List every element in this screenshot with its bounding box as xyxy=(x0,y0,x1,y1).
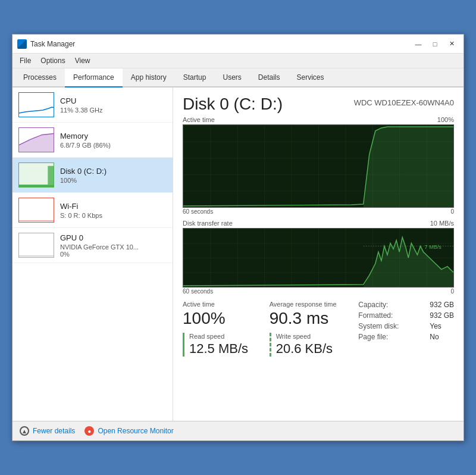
content-area: CPU 11% 3.38 GHz Memory 6.8/7.9 GB (86%) xyxy=(12,88,464,421)
resource-monitor-label: Open Resource Monitor xyxy=(98,427,173,435)
minimize-button[interactable]: — xyxy=(411,38,425,50)
window-controls: — □ ✕ xyxy=(411,38,459,50)
disk-thumbnail xyxy=(18,162,54,188)
resource-monitor-icon: ● xyxy=(84,426,94,436)
svg-text:7 MB/s: 7 MB/s xyxy=(425,244,442,250)
system-disk-value: Yes xyxy=(430,322,441,330)
transfer-rate-chart-section: Disk transfer rate 10 MB/s xyxy=(183,220,454,295)
active-time-label: Active time xyxy=(183,301,260,308)
task-manager-window: Task Manager — □ ✕ File Options View Pro… xyxy=(12,34,464,441)
tab-services[interactable]: Services xyxy=(289,68,333,88)
chart2-min: 0 xyxy=(450,288,454,295)
read-speed-label: Read speed xyxy=(189,333,260,340)
active-time-chart-section: Active time 100% xyxy=(183,116,454,215)
stats-row: Active time 100% Average response time 9… xyxy=(183,301,454,357)
app-icon xyxy=(17,39,27,49)
svg-rect-4 xyxy=(48,166,54,185)
svg-rect-5 xyxy=(19,198,54,222)
system-disk-label: System disk: xyxy=(358,322,418,330)
transfer-rate-chart: 7 MB/s xyxy=(183,228,454,288)
chart1-min: 0 xyxy=(450,208,454,215)
sidebar: CPU 11% 3.38 GHz Memory 6.8/7.9 GB (86%) xyxy=(12,88,173,421)
maximize-button[interactable]: □ xyxy=(428,38,442,50)
wifi-thumbnail xyxy=(18,198,54,223)
capacity-label: Capacity: xyxy=(358,301,418,309)
svg-rect-3 xyxy=(19,185,54,187)
wifi-info: Wi-Fi S: 0 R: 0 Kbps xyxy=(60,202,167,219)
sidebar-item-disk[interactable]: Disk 0 (C: D:) 100% xyxy=(12,158,173,193)
menu-bar: File Options View xyxy=(12,54,464,68)
chart2-label: Disk transfer rate xyxy=(183,220,233,227)
tab-processes[interactable]: Processes xyxy=(15,68,65,88)
active-time-value: 100% xyxy=(183,309,260,328)
resource-monitor-button[interactable]: ● Open Resource Monitor xyxy=(84,426,173,436)
sidebar-item-cpu[interactable]: CPU 11% 3.38 GHz xyxy=(12,88,173,123)
chart1-time: 60 seconds xyxy=(183,208,213,215)
main-panel: Disk 0 (C: D:) WDC WD10EZEX-60WN4A0 Acti… xyxy=(173,88,464,421)
tab-details[interactable]: Details xyxy=(250,68,289,88)
chart1-max: 100% xyxy=(437,116,454,123)
disk-name: Disk 0 (C: D:) xyxy=(60,167,167,176)
tab-users[interactable]: Users xyxy=(214,68,249,88)
chart2-label-row: Disk transfer rate 10 MB/s xyxy=(183,220,454,227)
read-speed-value: 12.5 MB/s xyxy=(189,341,260,357)
disk-sub: 100% xyxy=(60,177,167,184)
fewer-details-icon: ▲ xyxy=(20,426,29,436)
formatted-row: Formatted: 932 GB xyxy=(358,311,454,320)
chart2-max: 10 MB/s xyxy=(430,220,454,227)
page-file-row: Page file: No xyxy=(358,333,454,341)
read-speed-stat: Read speed 12.5 MB/s xyxy=(183,333,260,357)
svg-rect-6 xyxy=(19,233,54,257)
write-speed-stat: Write speed 20.6 KB/s xyxy=(270,333,347,357)
sidebar-item-wifi[interactable]: Wi-Fi S: 0 R: 0 Kbps xyxy=(12,193,173,228)
system-disk-row: System disk: Yes xyxy=(358,322,454,330)
fewer-details-button[interactable]: ▲ Fewer details xyxy=(20,426,75,436)
formatted-label: Formatted: xyxy=(358,311,418,320)
disk-info-sidebar: Disk 0 (C: D:) 100% xyxy=(60,167,167,184)
title-bar: Task Manager — □ ✕ xyxy=(12,35,464,54)
disk-info-table: Capacity: 932 GB Formatted: 932 GB Syste… xyxy=(358,301,454,357)
cpu-name: CPU xyxy=(60,96,167,105)
footer: ▲ Fewer details ● Open Resource Monitor xyxy=(12,421,464,440)
write-speed-label: Write speed xyxy=(276,333,347,340)
fewer-details-label: Fewer details xyxy=(33,427,75,435)
gpu-name: GPU 0 xyxy=(60,233,167,242)
active-time-chart xyxy=(183,124,454,208)
tab-performance[interactable]: Performance xyxy=(65,68,123,88)
close-button[interactable]: ✕ xyxy=(444,38,459,50)
page-file-label: Page file: xyxy=(358,333,418,341)
menu-file[interactable]: File xyxy=(15,55,36,67)
disk-header: Disk 0 (C: D:) WDC WD10EZEX-60WN4A0 xyxy=(183,95,454,114)
cpu-sub: 11% 3.38 GHz xyxy=(60,107,167,114)
menu-options[interactable]: Options xyxy=(36,55,70,67)
cpu-info: CPU 11% 3.38 GHz xyxy=(60,96,167,114)
sidebar-item-gpu[interactable]: GPU 0 NVIDIA GeForce GTX 10...0% xyxy=(12,228,173,263)
capacity-value: 932 GB xyxy=(430,301,454,309)
chart2-time-row: 60 seconds 0 xyxy=(183,288,454,295)
memory-name: Memory xyxy=(60,132,167,140)
memory-sub: 6.8/7.9 GB (86%) xyxy=(60,142,167,149)
disk-model: WDC WD10EZEX-60WN4A0 xyxy=(354,98,454,107)
disk-title-text: Disk 0 (C: D:) xyxy=(183,95,283,114)
memory-info: Memory 6.8/7.9 GB (86%) xyxy=(60,132,167,149)
gpu-sub: NVIDIA GeForce GTX 10...0% xyxy=(60,243,167,258)
disk-title: Disk 0 (C: D:) xyxy=(183,95,283,114)
tab-startup[interactable]: Startup xyxy=(175,68,215,88)
chart1-time-row: 60 seconds 0 xyxy=(183,208,454,215)
gpu-info: GPU 0 NVIDIA GeForce GTX 10...0% xyxy=(60,233,167,258)
wifi-sub: S: 0 R: 0 Kbps xyxy=(60,212,167,219)
menu-view[interactable]: View xyxy=(70,55,95,67)
write-speed-value: 20.6 KB/s xyxy=(276,341,347,357)
cpu-thumbnail xyxy=(18,92,54,117)
chart1-label: Active time xyxy=(183,116,215,123)
gpu-thumbnail xyxy=(18,233,54,258)
window-title: Task Manager xyxy=(30,40,411,48)
formatted-value: 932 GB xyxy=(430,311,454,320)
response-time-stat: Average response time 90.3 ms xyxy=(270,301,347,328)
sidebar-item-memory[interactable]: Memory 6.8/7.9 GB (86%) xyxy=(12,123,173,158)
page-file-value: No xyxy=(430,333,439,341)
tab-app-history[interactable]: App history xyxy=(123,68,175,88)
stats-left: Active time 100% Average response time 9… xyxy=(183,301,346,357)
chart1-label-row: Active time 100% xyxy=(183,116,454,123)
response-time-value: 90.3 ms xyxy=(270,309,347,328)
